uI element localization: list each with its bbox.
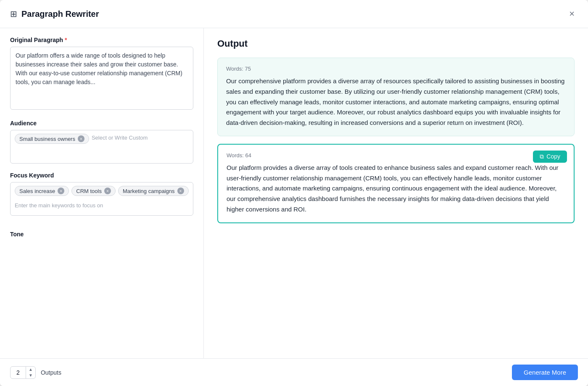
generate-more-button[interactable]: Generate More xyxy=(512,365,578,380)
stepper-up[interactable]: ▲ xyxy=(26,367,35,373)
output-title: Output xyxy=(217,38,575,49)
word-count-1: Words: 75 xyxy=(226,66,566,72)
copy-button-label: Copy xyxy=(546,153,560,160)
tag-label: CRM tools xyxy=(76,188,102,194)
output-card-1: Words: 75 Our comprehensive platform pro… xyxy=(217,58,575,136)
copy-button[interactable]: ⧉ Copy xyxy=(533,151,567,163)
focus-tag-marketing-campaigns: Marketing campaigns × xyxy=(118,186,189,196)
focus-keyword-tags-input[interactable]: Sales increase × CRM tools × Marketing c… xyxy=(10,182,193,216)
required-indicator: * xyxy=(65,37,67,43)
tag-label: Small business owners xyxy=(19,136,75,142)
outputs-stepper[interactable]: 2 ▲ ▼ xyxy=(10,366,36,379)
tag-label: Sales increase xyxy=(19,188,55,194)
left-panel: Original Paragraph * Our platform offers… xyxy=(0,28,204,358)
focus-keyword-label: Focus Keyword xyxy=(10,172,193,179)
audience-placeholder: Select or Write Custom xyxy=(92,134,148,142)
app-icon: ⊞ xyxy=(10,9,17,19)
close-button[interactable]: × xyxy=(566,7,578,21)
audience-tags-input[interactable]: Small business owners × Select or Write … xyxy=(10,130,193,164)
original-paragraph-label: Original Paragraph * xyxy=(10,37,193,43)
crm-tools-tag-remove[interactable]: × xyxy=(104,188,111,194)
copy-icon: ⧉ xyxy=(540,153,544,160)
stepper-arrows: ▲ ▼ xyxy=(26,367,35,378)
marketing-campaigns-tag-remove[interactable]: × xyxy=(177,188,184,194)
tag-label: Marketing campaigns xyxy=(123,188,175,194)
modal-body: Original Paragraph * Our platform offers… xyxy=(0,28,588,358)
bottom-bar: 2 ▲ ▼ Outputs Generate More xyxy=(0,358,588,386)
focus-tag-sales-increase: Sales increase × xyxy=(15,186,69,196)
output-card-2: Words: 64 ⧉ Copy Our platform provides a… xyxy=(217,144,575,223)
output-text-2: Our platform provides a diverse array of… xyxy=(227,163,565,215)
paragraph-rewriter-modal: ⊞ Paragraph Rewriter × Original Paragrap… xyxy=(0,0,588,386)
word-count-2: Words: 64 xyxy=(227,152,565,159)
focus-keyword-section: Focus Keyword Sales increase × CRM tools… xyxy=(10,172,193,216)
modal-title: Paragraph Rewriter xyxy=(21,9,566,19)
tone-section: Tone xyxy=(10,231,193,241)
modal-header: ⊞ Paragraph Rewriter × xyxy=(0,0,588,28)
audience-tag-small-business: Small business owners × xyxy=(15,134,89,144)
audience-tag-remove[interactable]: × xyxy=(78,135,84,142)
original-paragraph-input[interactable]: Our platform offers a wide range of tool… xyxy=(10,47,193,110)
original-paragraph-section: Original Paragraph * Our platform offers… xyxy=(10,37,193,111)
sales-increase-tag-remove[interactable]: × xyxy=(58,188,64,194)
audience-section: Audience Small business owners × Select … xyxy=(10,120,193,164)
outputs-value: 2 xyxy=(11,367,26,378)
right-panel: Output Words: 75 Our comprehensive platf… xyxy=(204,28,588,358)
outputs-label: Outputs xyxy=(41,369,61,376)
audience-label: Audience xyxy=(10,120,193,127)
tone-label: Tone xyxy=(10,231,193,238)
focus-keyword-placeholder: Enter the main keywords to focus on xyxy=(15,201,103,209)
focus-tag-crm-tools: CRM tools × xyxy=(71,186,116,196)
output-text-1: Our comprehensive platform provides a di… xyxy=(226,76,566,128)
stepper-down[interactable]: ▼ xyxy=(26,373,35,378)
